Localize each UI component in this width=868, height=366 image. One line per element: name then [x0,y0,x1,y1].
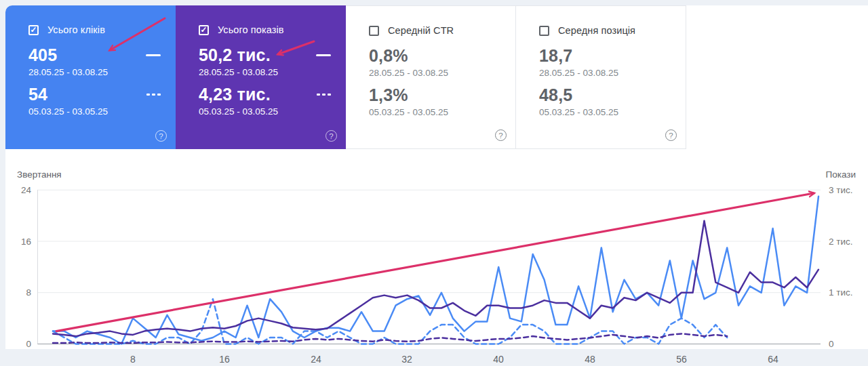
current-date-range: 28.05.25 - 03.08.25 [539,68,618,78]
svg-text:32: 32 [401,354,412,365]
solid-line-legend-icon [316,54,331,56]
card-total-impressions[interactable]: ✓ Усього показів 50,2 тис. 28.05.25 - 03… [176,5,346,149]
current-value: 405 [28,45,108,65]
previous-value: 54 [28,85,108,104]
svg-text:16: 16 [219,354,230,365]
svg-text:64: 64 [768,354,778,365]
previous-date-range: 05.03.25 - 03.05.25 [28,106,108,117]
checkbox-average-ctr[interactable]: ✓ [369,26,379,36]
previous-value: 1,3% [369,85,448,105]
search-console-performance-page: ✓ Усього кліків 405 28.05.25 - 03.08.25 … [0,0,868,366]
current-date-range: 28.05.25 - 03.08.25 [199,67,278,77]
card-title: Усього кліків [47,24,105,35]
current-value: 50,2 тис. [199,45,278,65]
x-axis-ticks: 8 16 24 32 40 48 56 64 [130,354,778,365]
chart-plot-area[interactable] [37,190,821,344]
svg-text:40: 40 [493,354,504,365]
svg-text:48: 48 [585,354,595,365]
previous-date-range: 05.03.25 - 03.05.25 [539,107,618,117]
card-title: Середній CTR [388,25,454,36]
metric-cards-row: ✓ Усього кліків 405 28.05.25 - 03.08.25 … [5,5,686,149]
card-average-position[interactable]: ✓ Середня позиція 18,7 28.05.25 - 03.08.… [516,5,686,149]
checkbox-total-clicks[interactable]: ✓ [28,25,39,35]
svg-text:24: 24 [311,354,321,365]
help-icon[interactable]: ? [665,129,677,141]
current-value: 0,8% [369,46,448,66]
help-icon[interactable]: ? [495,129,507,141]
checkbox-total-impressions[interactable]: ✓ [199,25,209,35]
card-title: Усього показів [218,24,284,35]
previous-date-range: 05.03.25 - 03.05.25 [199,106,278,117]
current-value: 18,7 [539,46,618,66]
help-icon[interactable]: ? [326,130,337,142]
previous-value: 48,5 [539,85,618,105]
previous-value: 4,23 тис. [199,85,278,104]
current-date-range: 28.05.25 - 03.08.25 [369,68,448,78]
card-title: Середня позиція [558,25,635,36]
dashed-line-legend-icon [146,94,161,117]
svg-text:56: 56 [676,354,687,365]
card-average-ctr[interactable]: ✓ Середній CTR 0,8% 28.05.25 - 03.08.25 … [346,5,516,149]
previous-date-range: 05.03.25 - 03.05.25 [369,107,448,117]
dashed-line-legend-icon [317,94,331,117]
card-total-clicks[interactable]: ✓ Усього кліків 405 28.05.25 - 03.08.25 … [5,5,176,149]
solid-line-legend-icon [146,54,161,56]
checkbox-average-position[interactable]: ✓ [539,26,549,36]
svg-text:8: 8 [130,354,136,365]
help-icon[interactable]: ? [155,130,167,142]
current-date-range: 28.05.25 - 03.08.25 [28,67,108,77]
